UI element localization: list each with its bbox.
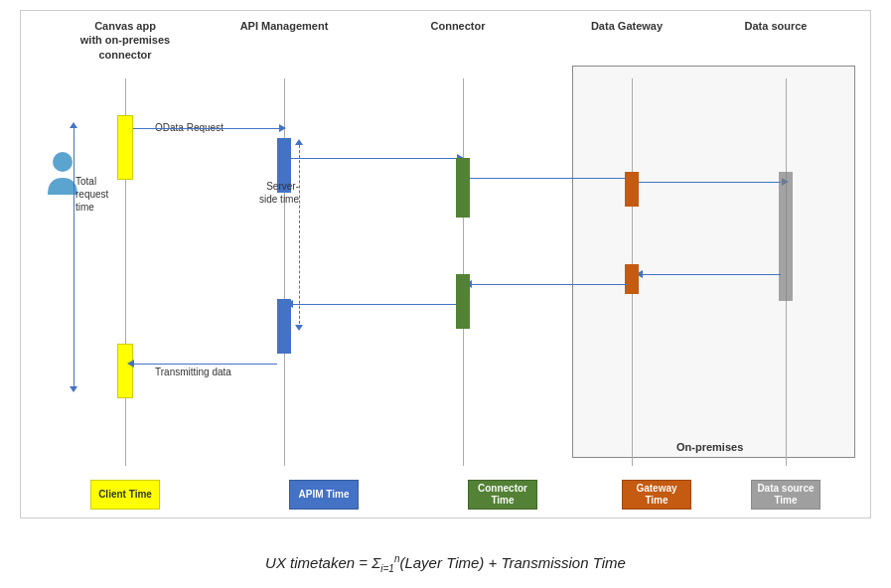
server-side-label: Server-side time (239, 180, 299, 206)
col-data-gateway: Data Gateway (582, 19, 671, 33)
rect-connector-resp (456, 274, 470, 329)
bracket-arrow-up (70, 122, 77, 128)
formula: UX timetaken = Σi=1n(Layer Time) + Trans… (0, 553, 891, 574)
legend-box-datasource: Data sourceTime (751, 480, 820, 510)
col-canvas: Canvas appwith on-premisesconnector (75, 19, 175, 62)
arrow-gateway-connector-resp (471, 284, 627, 285)
arrow-connector-apim-resp (292, 304, 456, 305)
legend-area: Client Time APIM Time ConnectorTime Gate… (90, 480, 820, 510)
bracket-arrow-down (70, 386, 77, 392)
rect-connector-req (456, 158, 470, 218)
server-side-v-line (299, 145, 300, 329)
transmitting-label: Transmitting data (155, 367, 231, 377)
legend-datasource: Data sourceTime (751, 480, 820, 510)
onprem-label: On-premises (676, 441, 743, 453)
legend-box-gateway: GatewayTime (622, 480, 691, 510)
server-side-arrow-down (295, 325, 303, 331)
diagram-container: Canvas appwith on-premisesconnector API … (20, 10, 871, 518)
bracket-line (74, 128, 74, 386)
rect-datasource (779, 172, 793, 301)
svg-point-0 (53, 152, 73, 172)
legend-box-apim: APIM Time (289, 480, 359, 510)
rect-apim-down (277, 299, 291, 354)
rect-client-request (117, 115, 133, 180)
legend-gateway: GatewayTime (622, 480, 691, 510)
arrow-apim-connector-req (291, 158, 458, 159)
vline-apim (284, 78, 285, 466)
legend-client: Client Time (90, 480, 160, 510)
legend-box-client: Client Time (90, 480, 160, 510)
total-request-label: Totalrequesttime (75, 175, 130, 214)
arrow-connector-gateway-req (470, 178, 629, 179)
server-side-arrow-up (295, 139, 303, 145)
legend-connector: ConnectorTime (468, 480, 537, 510)
vline-connector (463, 78, 464, 466)
arrow-datasource-gateway-resp (642, 274, 781, 275)
legend-box-connector: ConnectorTime (468, 480, 537, 510)
col-connector: Connector (418, 19, 498, 33)
col-apim: API Management (234, 19, 334, 33)
onprem-box (572, 66, 855, 458)
arrow-apim-canvas-resp (133, 364, 277, 365)
legend-apim: APIM Time (289, 480, 359, 510)
rect-gateway-resp (625, 264, 639, 294)
arrow-gateway-datasource-req (639, 182, 783, 183)
arrow-canvas-apim (133, 128, 280, 129)
rect-client-response (117, 344, 133, 398)
rect-gateway-req (625, 172, 639, 207)
col-data-source: Data source (736, 19, 816, 33)
